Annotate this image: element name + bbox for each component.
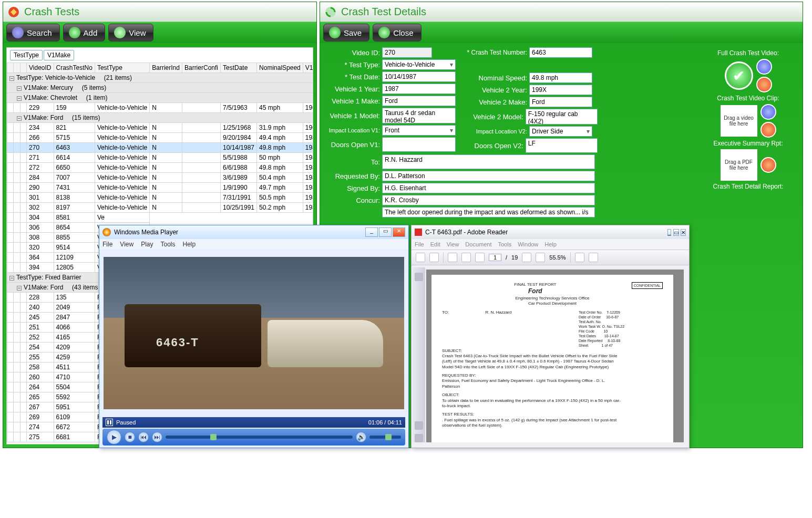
impact1-select[interactable]: Front [382, 125, 456, 136]
close-button[interactable]: Close [373, 24, 421, 42]
group-row[interactable]: −TestType: Vehicle-to-Vehicle (21 items) [7, 73, 314, 83]
v2-year-field[interactable] [529, 85, 592, 95]
thumbnails-icon[interactable] [415, 273, 423, 281]
wmp-min-button[interactable]: _ [365, 227, 378, 237]
pdf-menu-view[interactable]: View [447, 241, 459, 247]
wmp-seek-slider[interactable] [166, 436, 353, 439]
wmp-next-button[interactable]: ⏭ [152, 432, 162, 442]
wmp-stop-button[interactable]: ■ [125, 432, 135, 442]
group-row[interactable]: −V1Make: Mercury (5 items) [7, 83, 314, 93]
burn-full-button[interactable] [756, 77, 772, 92]
attachments-icon[interactable] [415, 434, 423, 442]
req-field[interactable] [382, 171, 595, 181]
col-v1year[interactable]: V1Year [303, 63, 313, 73]
expander-icon[interactable]: − [17, 86, 22, 91]
table-row[interactable]: 2907431Vehicle-to-VehicleN1/9/199049.7 m… [7, 183, 314, 193]
search-button[interactable]: Search [6, 24, 60, 42]
v2-model-field[interactable]: F-150 regular cab (4X2) [526, 109, 598, 125]
table-row[interactable]: 3048581Ve [7, 213, 314, 223]
table-row[interactable]: 2847007Vehicle-to-VehicleN3/6/198950.4 m… [7, 173, 314, 183]
signed-field[interactable] [382, 183, 595, 193]
save-button[interactable]: Save [323, 24, 369, 42]
wmp-volume-slider[interactable] [369, 436, 401, 439]
table-row[interactable]: 229159Vehicle-to-VehicleN7/5/196345 mph1… [7, 103, 314, 113]
col-barrierconfi[interactable]: BarrierConfi [182, 63, 220, 73]
zoom-value[interactable]: 55.5% [549, 254, 566, 261]
wmp-close-button[interactable]: ✕ [393, 227, 405, 237]
pdf-menu-tools[interactable]: Tools [498, 241, 512, 247]
nominal-field[interactable] [529, 72, 592, 83]
to-field[interactable]: R.N. Hazzard [382, 154, 595, 169]
col-barrierind[interactable]: BarrierInd [150, 63, 182, 73]
expander-icon[interactable]: − [17, 116, 22, 121]
pdf-min-button[interactable]: _ [667, 229, 672, 236]
chip-testtype[interactable]: TestType [10, 50, 43, 60]
table-row[interactable]: 2726650Vehicle-to-VehicleN6/6/198849.8 m… [7, 163, 314, 173]
wmp-menu-play[interactable]: Play [141, 241, 153, 248]
pdf-menu-help[interactable]: Help [544, 241, 557, 247]
expander-icon[interactable]: − [17, 286, 22, 291]
v1-model-field[interactable]: Taurus 4 dr sedan model 54D [382, 108, 456, 123]
remarks-field[interactable]: The left door opened during the impact a… [382, 207, 595, 217]
play-clip-button[interactable] [760, 104, 776, 120]
test-date-field[interactable] [382, 71, 456, 82]
fit-page-icon[interactable] [589, 253, 598, 262]
page-down-icon[interactable] [475, 253, 485, 262]
col-crashtestno[interactable]: CrashTestNo [54, 63, 95, 73]
expander-icon[interactable]: − [9, 276, 14, 281]
full-video-ok-icon[interactable]: ✔ [725, 61, 753, 90]
wmp-menu-tools[interactable]: Tools [160, 241, 175, 248]
col-testtype[interactable]: TestType [95, 63, 149, 73]
comments-icon[interactable] [415, 421, 423, 430]
pdf-menu-edit[interactable]: Edit [430, 241, 440, 247]
test-type-select[interactable]: Vehicle-to-Vehicle [382, 59, 456, 70]
v2-make-field[interactable] [529, 97, 592, 107]
table-row[interactable]: 2665715Vehicle-to-VehicleN9/20/198449.4 … [7, 133, 314, 143]
page-up-icon[interactable] [461, 253, 471, 262]
wmp-play-button[interactable]: ▶ [107, 430, 121, 444]
burn-exec-button[interactable] [760, 157, 776, 173]
group-row[interactable]: −V1Make: Ford (15 items) [7, 113, 314, 123]
wmp-prev-button[interactable]: ⏮ [138, 432, 149, 442]
pdf-menu-window[interactable]: Window [518, 241, 538, 247]
exec-dropzone[interactable]: Drag a PDF file here [721, 149, 757, 181]
print-icon[interactable] [416, 253, 425, 262]
wmp-mute-button[interactable]: 🔊 [356, 432, 366, 442]
wmp-titlebar[interactable]: Windows Media Player _ ▭ ✕ [99, 225, 408, 239]
v1-year-field[interactable] [382, 84, 456, 94]
wmp-video-area[interactable] [104, 257, 404, 409]
table-row[interactable]: 234821Vehicle-to-VehicleN1/25/196831.9 m… [7, 123, 314, 133]
play-full-button[interactable] [756, 59, 772, 75]
fit-width-icon[interactable] [575, 253, 584, 262]
email-icon[interactable] [429, 253, 439, 262]
pdf-window[interactable]: C-T 6463.pdf - Adobe Reader _ ▭ ✕ File E… [411, 225, 690, 448]
burn-clip-button[interactable] [760, 122, 776, 138]
v1-make-field[interactable] [382, 96, 456, 106]
table-row[interactable]: 3028197Vehicle-to-VehicleN10/25/199150.2… [7, 203, 314, 213]
pdf-max-button[interactable]: ▭ [673, 229, 679, 236]
add-button[interactable]: Add [63, 24, 106, 42]
col-nominalspeed[interactable]: NominalSpeed [257, 63, 303, 73]
page-nav-icon[interactable] [448, 253, 457, 262]
crash-no-field[interactable] [529, 47, 592, 58]
pdf-menu-file[interactable]: File [415, 241, 424, 247]
pdf-page-area[interactable]: CONFIDENTIAL FINAL TEST REPORT Ford Engi… [426, 270, 684, 442]
chip-v1make[interactable]: V1Make [44, 50, 74, 60]
zoom-in-icon[interactable] [536, 253, 545, 262]
expander-icon[interactable]: − [17, 96, 22, 101]
wmp-menu-view[interactable]: View [120, 241, 133, 248]
group-row[interactable]: −V1Make: Chevrolet (1 item) [7, 93, 314, 103]
clip-dropzone[interactable]: Drag a video file here [721, 105, 757, 137]
pdf-menu-document[interactable]: Document [465, 241, 491, 247]
wmp-window[interactable]: Windows Media Player _ ▭ ✕ File View Pla… [99, 225, 409, 448]
doors2-field[interactable]: LF [526, 138, 598, 153]
view-button[interactable]: View [108, 24, 153, 42]
table-row[interactable]: 3018138Vehicle-to-VehicleN7/31/199150.5 … [7, 193, 314, 203]
col-testdate[interactable]: TestDate [220, 63, 256, 73]
wmp-menu-help[interactable]: Help [183, 241, 196, 248]
impact2-select[interactable]: Driver Side [529, 126, 592, 137]
expander-icon[interactable]: − [9, 76, 14, 81]
doors1-field[interactable] [382, 137, 456, 152]
table-row[interactable]: 2716614Vehicle-to-VehicleN5/5/198850 mph… [7, 153, 314, 163]
pdf-titlebar[interactable]: C-T 6463.pdf - Adobe Reader _ ▭ ✕ [412, 225, 689, 239]
